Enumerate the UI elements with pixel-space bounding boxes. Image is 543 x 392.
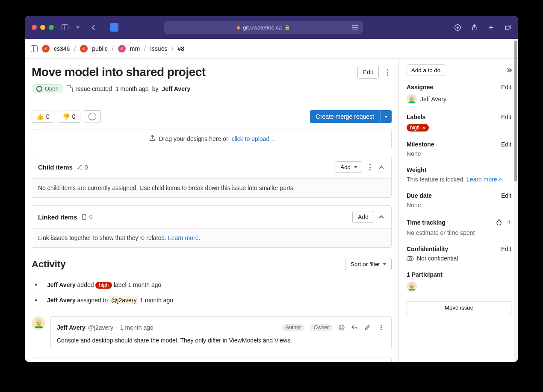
breadcrumb-public[interactable]: public [92,45,108,52]
thumbs-up-button[interactable]: 👍0 [32,111,54,123]
breadcrumb-issues[interactable]: Issues [150,45,167,52]
issue-icon [67,85,73,92]
confidentiality-block: ConfidentialityEdit Not confidential [407,246,511,262]
create-merge-request-dropdown[interactable] [380,110,392,123]
collapse-linked-items-button[interactable] [378,213,385,221]
edit-button[interactable]: Edit [357,66,379,79]
add-child-item-button[interactable]: Add [336,161,362,173]
smile-icon [89,113,96,120]
thumbs-up-icon: 👍 [36,113,44,120]
linked-items-panel: Linked items 0 Add Link issues together … [32,205,392,248]
issue-author[interactable]: Jeff Avery [162,85,191,92]
participants-block: 1 Participant 👨‍🦳 [407,271,511,292]
assignee-edit[interactable]: Edit [501,84,511,91]
thumbs-down-button[interactable]: 👎0 [58,111,80,123]
edit-icon[interactable] [364,324,371,331]
fullscreen-window-button[interactable] [49,25,54,30]
time-tracking-block: Time tracking + No estimate or time spen… [407,218,511,236]
linked-items-learn-more[interactable]: Learn more. [168,234,200,241]
activity-header: Activity Sort or filter [32,258,392,270]
avatar[interactable]: 👨‍🦳 [407,281,417,292]
merge-request-group: Create merge request [310,110,392,123]
note-actor[interactable]: Jeff Avery [47,281,76,288]
chevron-up-icon [379,215,384,220]
eye-icon [407,256,413,261]
breadcrumb: ⎋ cs346 / ⎋ public / ⎋ mm / Issues / #8 [25,39,518,59]
breadcrumb-cs346[interactable]: cs346 [54,45,70,52]
svg-point-3 [339,325,344,330]
system-note: Jeff Avery added high label 1 month ago [35,277,392,293]
comment-time: 1 month ago [120,324,153,331]
add-reaction-button[interactable] [84,110,101,123]
site-favicon-icon [110,23,118,32]
reply-icon[interactable] [351,324,358,331]
svg-rect-2 [505,26,509,30]
page-content: ⎋ cs346 / ⎋ public / ⎋ mm / Issues / #8 … [25,39,518,362]
sort-filter-button[interactable]: Sort or filter [345,258,392,270]
project-avatar-icon: ⎋ [80,45,88,53]
address-bar[interactable]: ◆ git.uwaterloo.ca 🔒 [164,21,363,34]
comment-menu-icon[interactable] [377,322,385,333]
linked-items-header: Linked items 0 Add [32,206,391,228]
close-window-button[interactable] [32,25,37,30]
comment-actions: Author Owner [282,322,385,333]
main-column: Move model into shared project Edit Open… [25,59,398,362]
avatar[interactable]: 👨‍🦳 [407,94,417,104]
scrollbar-thumb[interactable] [514,41,517,181]
due-date-edit[interactable]: Edit [501,192,511,199]
weight-block: Weight This feature is locked. Learn mor… [407,167,511,183]
breadcrumb-mm[interactable]: mm [130,45,140,52]
scrollbar[interactable] [514,40,517,361]
label-chip-high[interactable]: high [407,124,429,132]
sidebar-top: Add a to do [407,64,511,76]
add-todo-button[interactable]: Add a to do [407,64,445,76]
breadcrumb-current: #8 [177,45,184,52]
comment-handle[interactable]: @j2avery [88,324,113,331]
minimize-window-button[interactable] [40,25,45,30]
move-issue-button[interactable]: Move issue [407,301,511,314]
create-merge-request-button[interactable]: Create merge request [310,110,380,123]
note-actor[interactable]: Jeff Avery [47,297,76,304]
assignee-name[interactable]: Jeff Avery [420,96,446,102]
collapse-child-items-button[interactable] [378,164,385,171]
child-items-count: 0 [76,164,88,171]
breadcrumb-separator: / [144,45,146,52]
comment: 👨‍🦳 Jeff Avery @j2avery · 1 month ago Au… [32,316,392,349]
add-reaction-icon[interactable] [338,324,345,331]
user-mention[interactable]: @j2avery [109,296,138,304]
share-icon[interactable] [471,24,478,31]
reader-mode-icon[interactable] [352,25,358,29]
designs-dropzone[interactable]: Drag your designs here or click to uploa… [32,129,392,148]
add-linked-item-button[interactable]: Add [352,211,374,223]
tab-group-chevron-icon[interactable] [76,26,80,29]
tab-overview-icon[interactable] [504,24,511,31]
weight-learn-more[interactable]: Learn more [466,176,497,183]
sidebar-toggle-icon[interactable] [62,24,68,30]
chevron-up-icon [498,178,502,183]
issue-actions-menu-icon[interactable] [383,67,392,78]
avatar[interactable]: 👨‍🦳 [32,316,45,330]
svg-point-5 [342,327,343,327]
child-items-menu-icon[interactable] [366,161,374,173]
reactions-row: 👍0 👎0 Create merge request [32,110,392,123]
stopwatch-icon[interactable] [496,219,502,226]
child-items-empty: No child items are currently assigned. U… [32,178,391,197]
label-chip[interactable]: high [95,282,112,289]
labels-edit[interactable]: Edit [501,114,511,120]
click-to-upload-link[interactable]: click to upload [232,135,270,142]
milestone-title: Milestone [407,141,501,148]
toolbar-left [62,23,118,32]
confidentiality-edit[interactable]: Edit [501,246,511,252]
add-time-icon[interactable]: + [507,218,511,227]
assignee-block: AssigneeEdit 👨‍🦳Jeff Avery [407,84,511,104]
linked-items-count: 0 [81,214,93,220]
comment-editor[interactable] [32,357,392,362]
system-notes: Jeff Avery added high label 1 month ago … [35,277,392,308]
milestone-edit[interactable]: Edit [501,141,511,148]
downloads-icon[interactable] [454,24,461,31]
back-button-icon[interactable] [91,25,97,30]
collapse-sidebar-icon[interactable] [506,69,511,72]
comment-author[interactable]: Jeff Avery [57,324,86,331]
new-tab-icon[interactable] [487,24,495,31]
panel-toggle-icon[interactable] [31,45,38,52]
